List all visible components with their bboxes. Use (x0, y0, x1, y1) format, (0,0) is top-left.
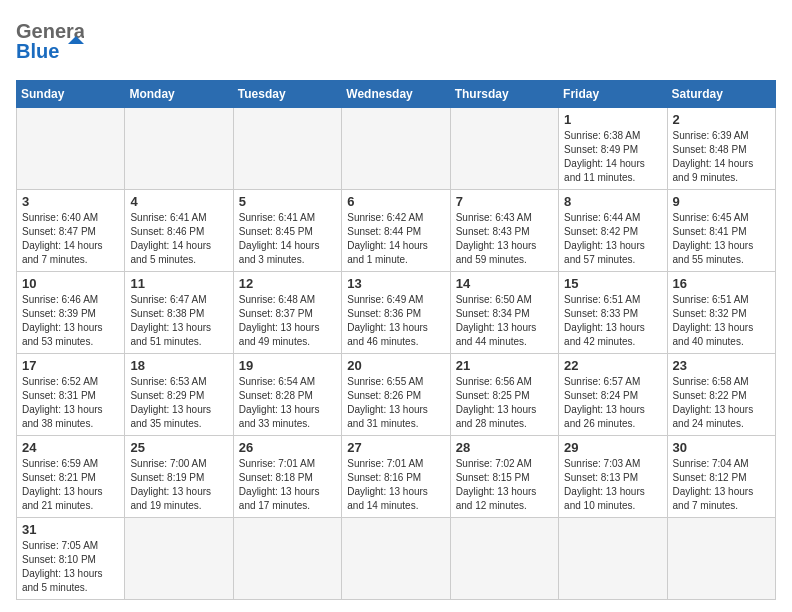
calendar-header-tuesday: Tuesday (233, 81, 341, 108)
day-number: 20 (347, 358, 444, 373)
calendar-cell (125, 518, 233, 600)
calendar-cell: 4Sunrise: 6:41 AMSunset: 8:46 PMDaylight… (125, 190, 233, 272)
calendar-cell: 24Sunrise: 6:59 AMSunset: 8:21 PMDayligh… (17, 436, 125, 518)
calendar-cell: 5Sunrise: 6:41 AMSunset: 8:45 PMDaylight… (233, 190, 341, 272)
day-info: Sunrise: 6:58 AMSunset: 8:22 PMDaylight:… (673, 375, 770, 431)
calendar-cell: 10Sunrise: 6:46 AMSunset: 8:39 PMDayligh… (17, 272, 125, 354)
calendar-cell: 7Sunrise: 6:43 AMSunset: 8:43 PMDaylight… (450, 190, 558, 272)
day-number: 30 (673, 440, 770, 455)
day-number: 7 (456, 194, 553, 209)
calendar-header-row: SundayMondayTuesdayWednesdayThursdayFrid… (17, 81, 776, 108)
calendar-cell: 16Sunrise: 6:51 AMSunset: 8:32 PMDayligh… (667, 272, 775, 354)
day-info: Sunrise: 6:54 AMSunset: 8:28 PMDaylight:… (239, 375, 336, 431)
calendar-cell: 8Sunrise: 6:44 AMSunset: 8:42 PMDaylight… (559, 190, 667, 272)
calendar-table: SundayMondayTuesdayWednesdayThursdayFrid… (16, 80, 776, 600)
calendar-week-5: 24Sunrise: 6:59 AMSunset: 8:21 PMDayligh… (17, 436, 776, 518)
day-number: 17 (22, 358, 119, 373)
day-number: 21 (456, 358, 553, 373)
day-info: Sunrise: 6:45 AMSunset: 8:41 PMDaylight:… (673, 211, 770, 267)
day-number: 10 (22, 276, 119, 291)
calendar-cell: 22Sunrise: 6:57 AMSunset: 8:24 PMDayligh… (559, 354, 667, 436)
calendar-cell (342, 518, 450, 600)
calendar-cell: 29Sunrise: 7:03 AMSunset: 8:13 PMDayligh… (559, 436, 667, 518)
calendar-cell (233, 518, 341, 600)
day-number: 11 (130, 276, 227, 291)
calendar-cell: 9Sunrise: 6:45 AMSunset: 8:41 PMDaylight… (667, 190, 775, 272)
day-number: 1 (564, 112, 661, 127)
calendar-header-sunday: Sunday (17, 81, 125, 108)
calendar-week-2: 3Sunrise: 6:40 AMSunset: 8:47 PMDaylight… (17, 190, 776, 272)
calendar-cell (559, 518, 667, 600)
calendar-cell: 13Sunrise: 6:49 AMSunset: 8:36 PMDayligh… (342, 272, 450, 354)
day-number: 14 (456, 276, 553, 291)
calendar-cell: 11Sunrise: 6:47 AMSunset: 8:38 PMDayligh… (125, 272, 233, 354)
day-info: Sunrise: 6:44 AMSunset: 8:42 PMDaylight:… (564, 211, 661, 267)
day-number: 24 (22, 440, 119, 455)
day-number: 5 (239, 194, 336, 209)
day-info: Sunrise: 7:04 AMSunset: 8:12 PMDaylight:… (673, 457, 770, 513)
day-number: 16 (673, 276, 770, 291)
calendar-cell (17, 108, 125, 190)
day-info: Sunrise: 6:52 AMSunset: 8:31 PMDaylight:… (22, 375, 119, 431)
day-info: Sunrise: 7:00 AMSunset: 8:19 PMDaylight:… (130, 457, 227, 513)
calendar-week-6: 31Sunrise: 7:05 AMSunset: 8:10 PMDayligh… (17, 518, 776, 600)
day-number: 29 (564, 440, 661, 455)
day-info: Sunrise: 6:40 AMSunset: 8:47 PMDaylight:… (22, 211, 119, 267)
day-info: Sunrise: 7:03 AMSunset: 8:13 PMDaylight:… (564, 457, 661, 513)
calendar-week-4: 17Sunrise: 6:52 AMSunset: 8:31 PMDayligh… (17, 354, 776, 436)
calendar-cell (667, 518, 775, 600)
svg-text:Blue: Blue (16, 40, 59, 62)
day-info: Sunrise: 6:55 AMSunset: 8:26 PMDaylight:… (347, 375, 444, 431)
calendar-cell: 6Sunrise: 6:42 AMSunset: 8:44 PMDaylight… (342, 190, 450, 272)
day-info: Sunrise: 6:46 AMSunset: 8:39 PMDaylight:… (22, 293, 119, 349)
calendar-header-friday: Friday (559, 81, 667, 108)
calendar-cell: 21Sunrise: 6:56 AMSunset: 8:25 PMDayligh… (450, 354, 558, 436)
day-number: 13 (347, 276, 444, 291)
day-number: 15 (564, 276, 661, 291)
page-header: General Blue (16, 16, 776, 68)
calendar-cell: 31Sunrise: 7:05 AMSunset: 8:10 PMDayligh… (17, 518, 125, 600)
day-number: 12 (239, 276, 336, 291)
logo: General Blue (16, 16, 86, 68)
calendar-cell (450, 518, 558, 600)
calendar-cell: 28Sunrise: 7:02 AMSunset: 8:15 PMDayligh… (450, 436, 558, 518)
day-number: 4 (130, 194, 227, 209)
day-info: Sunrise: 7:05 AMSunset: 8:10 PMDaylight:… (22, 539, 119, 595)
day-number: 6 (347, 194, 444, 209)
day-info: Sunrise: 6:49 AMSunset: 8:36 PMDaylight:… (347, 293, 444, 349)
day-number: 31 (22, 522, 119, 537)
day-number: 19 (239, 358, 336, 373)
calendar-cell: 18Sunrise: 6:53 AMSunset: 8:29 PMDayligh… (125, 354, 233, 436)
day-number: 8 (564, 194, 661, 209)
day-info: Sunrise: 6:38 AMSunset: 8:49 PMDaylight:… (564, 129, 661, 185)
day-info: Sunrise: 6:51 AMSunset: 8:33 PMDaylight:… (564, 293, 661, 349)
day-info: Sunrise: 7:02 AMSunset: 8:15 PMDaylight:… (456, 457, 553, 513)
day-info: Sunrise: 7:01 AMSunset: 8:16 PMDaylight:… (347, 457, 444, 513)
day-info: Sunrise: 6:57 AMSunset: 8:24 PMDaylight:… (564, 375, 661, 431)
calendar-header-saturday: Saturday (667, 81, 775, 108)
day-number: 26 (239, 440, 336, 455)
day-info: Sunrise: 6:56 AMSunset: 8:25 PMDaylight:… (456, 375, 553, 431)
calendar-cell (233, 108, 341, 190)
day-info: Sunrise: 6:48 AMSunset: 8:37 PMDaylight:… (239, 293, 336, 349)
calendar-cell (450, 108, 558, 190)
calendar-cell: 30Sunrise: 7:04 AMSunset: 8:12 PMDayligh… (667, 436, 775, 518)
day-info: Sunrise: 6:41 AMSunset: 8:45 PMDaylight:… (239, 211, 336, 267)
day-info: Sunrise: 6:50 AMSunset: 8:34 PMDaylight:… (456, 293, 553, 349)
calendar-cell: 20Sunrise: 6:55 AMSunset: 8:26 PMDayligh… (342, 354, 450, 436)
calendar-cell: 14Sunrise: 6:50 AMSunset: 8:34 PMDayligh… (450, 272, 558, 354)
calendar-header-wednesday: Wednesday (342, 81, 450, 108)
day-info: Sunrise: 6:41 AMSunset: 8:46 PMDaylight:… (130, 211, 227, 267)
calendar-week-3: 10Sunrise: 6:46 AMSunset: 8:39 PMDayligh… (17, 272, 776, 354)
calendar-cell: 19Sunrise: 6:54 AMSunset: 8:28 PMDayligh… (233, 354, 341, 436)
day-info: Sunrise: 6:47 AMSunset: 8:38 PMDaylight:… (130, 293, 227, 349)
day-info: Sunrise: 6:42 AMSunset: 8:44 PMDaylight:… (347, 211, 444, 267)
day-info: Sunrise: 6:43 AMSunset: 8:43 PMDaylight:… (456, 211, 553, 267)
day-info: Sunrise: 6:51 AMSunset: 8:32 PMDaylight:… (673, 293, 770, 349)
day-number: 23 (673, 358, 770, 373)
day-number: 3 (22, 194, 119, 209)
calendar-week-1: 1Sunrise: 6:38 AMSunset: 8:49 PMDaylight… (17, 108, 776, 190)
day-info: Sunrise: 6:53 AMSunset: 8:29 PMDaylight:… (130, 375, 227, 431)
day-number: 22 (564, 358, 661, 373)
calendar-header-thursday: Thursday (450, 81, 558, 108)
